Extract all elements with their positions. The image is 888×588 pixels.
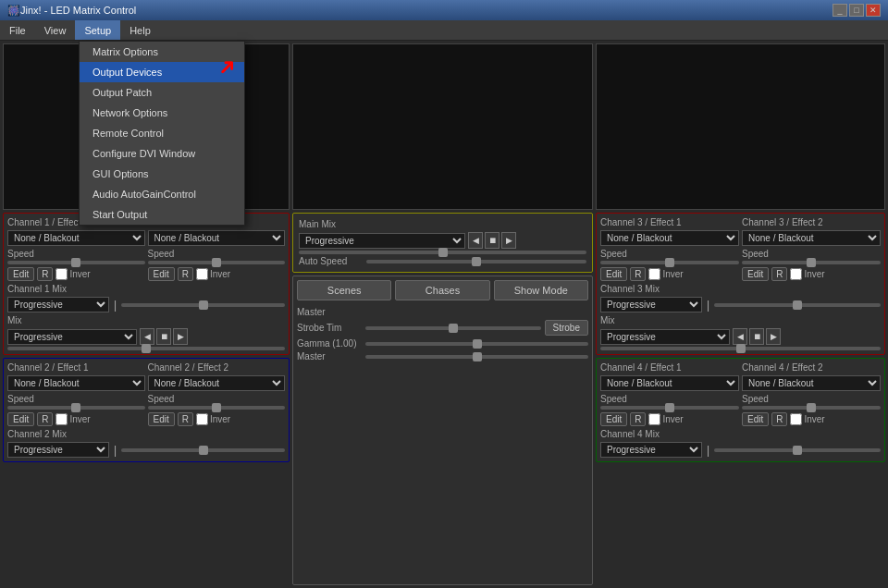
ch3-effect2-invert-cb[interactable] [790, 268, 802, 280]
ch2-effect1-invert-cb[interactable] [56, 413, 68, 425]
ch3-effect2-speed-slider[interactable] [742, 261, 881, 264]
dropdown-output-devices[interactable]: Output Devices [80, 62, 244, 82]
strobe-tim-slider[interactable] [365, 326, 541, 330]
ch1-effect1-speed-slider[interactable] [7, 261, 145, 264]
ch2-effect2-edit-btn[interactable]: Edit [148, 412, 175, 426]
ch1-mix-select[interactable]: Progressive [7, 297, 109, 312]
ch2-effect1-select[interactable]: None / Blackout [7, 375, 145, 391]
menu-setup[interactable]: Setup [75, 20, 120, 40]
dropdown-configure-dvi[interactable]: Configure DVI Window [80, 143, 244, 164]
ch2-mix-slider[interactable] [121, 448, 285, 452]
ch3-mix2-slider[interactable] [600, 347, 881, 350]
dropdown-matrix-options[interactable]: Matrix Options [80, 42, 244, 62]
ch2-effect2-invert-cb[interactable] [196, 413, 208, 425]
strobe-btn[interactable]: Strobe [545, 320, 588, 336]
ch4-effect2-select[interactable]: None / Blackout [742, 375, 881, 391]
ch1-effect2-speed-row [148, 261, 286, 264]
dropdown-network-options[interactable]: Network Options [80, 103, 244, 123]
ch1-effect1-select[interactable]: None / Blackout [7, 230, 145, 246]
dropdown-output-patch[interactable]: Output Patch [80, 82, 244, 103]
auto-speed-slider[interactable] [366, 260, 586, 263]
ch1-effect1-edit-btn[interactable]: Edit [7, 267, 34, 281]
ch2-effect2-select[interactable]: None / Blackout [148, 375, 286, 391]
scenes-btn[interactable]: Scenes [297, 280, 391, 300]
ch4-effect2-speed-slider[interactable] [742, 406, 881, 410]
ch1-effect1-r-btn[interactable]: R [37, 267, 53, 281]
ch2-effect1: Channel 2 / Effect 1 None / Blackout Spe… [7, 362, 145, 426]
ch1-mix2-slider[interactable] [7, 347, 285, 350]
dropdown-start-output[interactable]: Start Output [80, 204, 244, 225]
main-mix-speed-slider[interactable] [299, 251, 586, 254]
ch1-effect2-edit-btn[interactable]: Edit [148, 267, 175, 281]
ch4-effect1-select[interactable]: None / Blackout [600, 375, 739, 391]
ch3-nav-next[interactable]: ▶ [766, 328, 781, 345]
ch3-effect2-speed-row [742, 261, 881, 264]
ch4-effect2-edit-btn[interactable]: Edit [742, 412, 769, 426]
ch2-effect2-speed-row [148, 406, 286, 410]
menu-view[interactable]: View [35, 20, 76, 40]
ch2-effect1-speed-slider[interactable] [7, 406, 145, 410]
ch3-effect1-select[interactable]: None / Blackout [600, 230, 739, 246]
ch2-effect2-r-btn[interactable]: R [178, 412, 193, 426]
ch1-nav-next[interactable]: ▶ [173, 328, 188, 345]
ch1-mix-slider[interactable] [121, 303, 285, 307]
ch3-mix2-select[interactable]: Progressive [600, 329, 730, 345]
maximize-button[interactable]: □ [849, 4, 864, 17]
ch4-mix-section: Channel 4 Mix Progressive | [600, 429, 881, 458]
ch1-effect1: Channel 1 / Effect 1 None / Blackout Spe… [7, 217, 145, 281]
menu-file[interactable]: File [0, 20, 35, 40]
dropdown-gui-options[interactable]: GUI Options [80, 164, 244, 184]
ch2-effect2-speed-slider[interactable] [148, 406, 286, 410]
ch2-effect1-r-btn[interactable]: R [37, 412, 53, 426]
main-mix-next[interactable]: ▶ [501, 232, 516, 249]
ch3-effect2-r-btn[interactable]: R [771, 267, 787, 281]
titlebar: 🎆 Jinx! - LED Matrix Control _ □ ✕ [0, 0, 888, 20]
ch1-effects: Channel 1 / Effect 1 None / Blackout Spe… [7, 217, 285, 281]
ch1-effect2-select[interactable]: None / Blackout [148, 230, 286, 246]
ch1-effect2-r-btn[interactable]: R [178, 267, 193, 281]
ch1-nav-prev[interactable]: ◀ [140, 328, 154, 345]
ch3-nav-stop[interactable]: ⏹ [749, 328, 764, 345]
ch3-effect2-select[interactable]: None / Blackout [742, 230, 881, 246]
chases-btn[interactable]: Chases [395, 280, 489, 300]
ch3-mix-slider[interactable] [714, 303, 881, 307]
show-mode-btn[interactable]: Show Mode [494, 280, 588, 300]
ch3-effect2-edit-btn[interactable]: Edit [742, 267, 769, 281]
ch1-effect1-invert-cb[interactable] [56, 268, 68, 280]
ch3-effect1-edit-btn[interactable]: Edit [600, 267, 627, 281]
ch1-effect2-invert-cb[interactable] [196, 268, 208, 280]
ch4-mix-row: Progressive | [600, 442, 881, 458]
minimize-button[interactable]: _ [832, 4, 847, 17]
ch1-nav-stop[interactable]: ⏹ [156, 328, 171, 345]
dropdown-audio-agc[interactable]: Audio AutoGainControl [80, 184, 244, 204]
ch3-nav-prev[interactable]: ◀ [733, 328, 747, 345]
main-mix-prev[interactable]: ◀ [468, 232, 483, 249]
ch4-mix-select[interactable]: Progressive [600, 442, 702, 458]
ch4-effect1-r-btn[interactable]: R [630, 412, 646, 426]
ch2-mix-select[interactable]: Progressive [7, 442, 109, 458]
ch3-mix-select[interactable]: Progressive [600, 297, 702, 312]
ch2-effect1-edit-btn[interactable]: Edit [7, 412, 34, 426]
gamma-slider[interactable] [365, 342, 588, 346]
ch1-mix2-select[interactable]: Progressive [7, 329, 137, 345]
ch3-effect1-invert-cb[interactable] [648, 268, 660, 280]
ch4-mix-slider[interactable] [714, 448, 881, 452]
ch3-effect1-r-btn[interactable]: R [630, 267, 646, 281]
ch4-effect1-invert-cb[interactable] [648, 413, 660, 425]
ch4-effect2-invert-cb[interactable] [790, 413, 802, 425]
ch3-effect1-title: Channel 3 / Effect 1 [600, 217, 739, 227]
close-button[interactable]: ✕ [866, 4, 881, 17]
ch4-effect1-edit-btn[interactable]: Edit [600, 412, 627, 426]
ch2-mix-icon: | [114, 444, 117, 457]
ch1-effect2-invert-label: Inver [196, 268, 230, 280]
ch4-effect1-speed-slider[interactable] [600, 406, 739, 410]
menu-help[interactable]: Help [120, 20, 160, 40]
dropdown-remote-control[interactable]: Remote Control [80, 123, 244, 143]
ch1-mix2-slider-row [7, 347, 285, 350]
main-mix-stop[interactable]: ⏹ [485, 232, 500, 249]
ch1-effect2-speed-slider[interactable] [148, 261, 286, 264]
master2-slider[interactable] [365, 355, 588, 359]
ch3-effect1-speed-slider[interactable] [600, 261, 739, 264]
main-mix-select[interactable]: Progressive [299, 233, 465, 249]
ch4-effect2-r-btn[interactable]: R [771, 412, 787, 426]
